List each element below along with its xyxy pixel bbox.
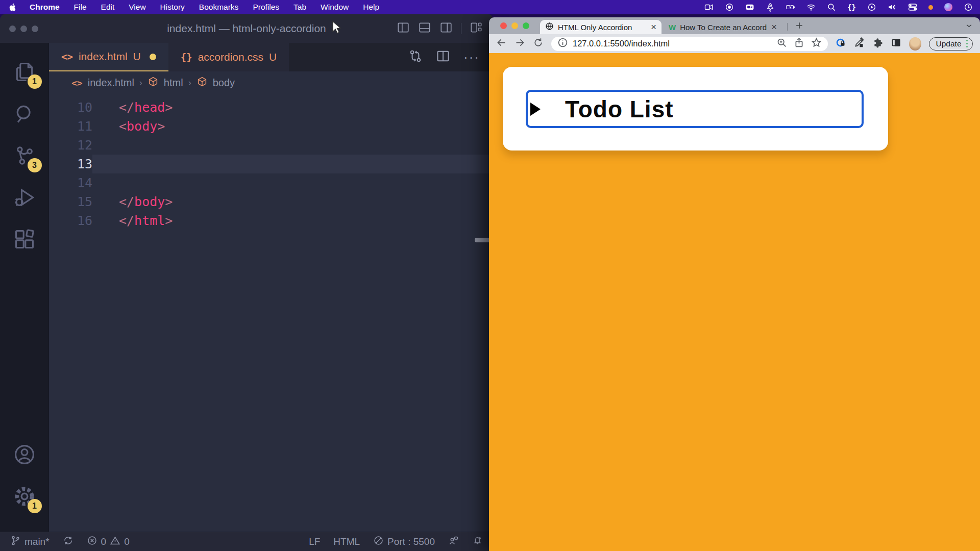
- status-live-server-port[interactable]: Port : 5500: [373, 535, 435, 548]
- braces-icon[interactable]: {}: [847, 3, 856, 11]
- line-content[interactable]: </html>: [92, 211, 493, 230]
- line-content[interactable]: [92, 155, 493, 173]
- status-branch[interactable]: main*: [10, 535, 50, 548]
- extension-lock-icon[interactable]: [836, 37, 846, 50]
- new-tab-button[interactable]: [794, 20, 804, 33]
- toggle-panel-bottom-icon[interactable]: [418, 21, 431, 36]
- line-number: 12: [49, 136, 92, 155]
- menu-dots-icon[interactable]: [966, 40, 968, 48]
- clock-icon[interactable]: [964, 3, 973, 12]
- line-content[interactable]: </body>: [92, 192, 493, 211]
- search-icon[interactable]: [827, 3, 836, 12]
- status-language[interactable]: HTML: [333, 536, 360, 547]
- line-content[interactable]: </head>: [92, 98, 493, 117]
- editor-tab-index-html[interactable]: <> index.html U: [49, 43, 168, 71]
- bell-icon: [472, 535, 483, 548]
- breadcrumb-file[interactable]: index.html: [88, 77, 134, 89]
- sidebar-item-source-control[interactable]: 3: [0, 136, 49, 178]
- toggle-panel-left-icon[interactable]: [397, 21, 410, 36]
- menu-edit[interactable]: Edit: [94, 3, 122, 11]
- status-eol[interactable]: LF: [309, 536, 320, 547]
- browser-tab-html-only-accordion[interactable]: HTML Only Accordion ×: [540, 20, 662, 34]
- sidebar-item-extensions[interactable]: [0, 219, 49, 261]
- more-actions-icon[interactable]: ···: [463, 55, 480, 60]
- customize-layout-icon[interactable]: [470, 21, 483, 36]
- share-icon[interactable]: [794, 37, 804, 50]
- bookmark-star-icon[interactable]: [811, 37, 822, 50]
- split-editor-icon[interactable]: [436, 49, 450, 65]
- menu-window[interactable]: Window: [313, 3, 356, 11]
- video-filled-icon[interactable]: [745, 3, 754, 12]
- open-changes-icon[interactable]: [408, 49, 423, 65]
- code-editor[interactable]: 10</head>11<body>12131415</body>16</html…: [49, 94, 493, 532]
- zoom-icon[interactable]: [776, 37, 787, 50]
- accordion-summary[interactable]: Todo List: [526, 90, 864, 128]
- recording-dot-icon[interactable]: [928, 5, 933, 10]
- chrome-traffic-lights[interactable]: [500, 22, 529, 29]
- line-content[interactable]: [92, 173, 493, 192]
- menu-profiles[interactable]: Profiles: [246, 3, 286, 11]
- status-problems[interactable]: 0 0: [87, 535, 130, 548]
- line-content[interactable]: [92, 136, 493, 155]
- record-icon[interactable]: [725, 3, 734, 12]
- back-button[interactable]: [496, 37, 507, 50]
- play-circle-icon[interactable]: [867, 3, 876, 12]
- menu-history[interactable]: History: [153, 3, 192, 11]
- video-camera-icon[interactable]: [704, 3, 714, 12]
- forward-button[interactable]: [514, 37, 525, 50]
- vscode-window: index.html — html-only-accordion 1 3: [0, 14, 493, 551]
- menu-chrome[interactable]: Chrome: [22, 3, 67, 11]
- menu-file[interactable]: File: [67, 3, 94, 11]
- breadcrumb-body[interactable]: body: [213, 77, 235, 89]
- sidebar-item-account[interactable]: [0, 435, 49, 477]
- rocket-icon[interactable]: [766, 3, 775, 12]
- code-line-11[interactable]: 11<body>: [49, 117, 493, 136]
- breadcrumb-html[interactable]: html: [164, 77, 183, 89]
- details-marker-triangle-icon[interactable]: [530, 103, 541, 116]
- tab-search-chevron-icon[interactable]: [965, 22, 973, 32]
- code-line-10[interactable]: 10</head>: [49, 98, 493, 117]
- profile-avatar[interactable]: [909, 37, 921, 51]
- status-remote[interactable]: [448, 535, 459, 548]
- extensions-puzzle-icon[interactable]: [872, 37, 883, 50]
- sidebar-item-explorer[interactable]: 1: [0, 52, 49, 94]
- color-picker-extension-icon[interactable]: [854, 37, 865, 50]
- sidebar-item-settings[interactable]: 1: [0, 477, 49, 518]
- site-info-icon[interactable]: [557, 37, 568, 50]
- toggle-panel-right-icon[interactable]: [439, 21, 453, 36]
- reload-button[interactable]: [533, 37, 544, 50]
- browser-tab-how-to-create-accordion[interactable]: W How To Create an Accordion ×: [664, 20, 782, 34]
- side-panel-icon[interactable]: [891, 37, 901, 50]
- siri-icon[interactable]: [944, 3, 952, 11]
- sidebar-item-run-debug[interactable]: [0, 178, 49, 219]
- close-tab-icon[interactable]: ×: [651, 23, 656, 31]
- line-content[interactable]: <body>: [92, 117, 493, 136]
- menu-bookmarks[interactable]: Bookmarks: [192, 3, 246, 11]
- code-line-12[interactable]: 12: [49, 136, 493, 155]
- status-notifications[interactable]: [472, 535, 483, 548]
- menu-tab[interactable]: Tab: [286, 3, 313, 11]
- code-line-16[interactable]: 16</html>: [49, 211, 493, 230]
- menu-view[interactable]: View: [121, 3, 153, 11]
- wifi-icon[interactable]: [806, 3, 816, 12]
- close-window-button[interactable]: [500, 22, 507, 29]
- minimize-window-button[interactable]: [511, 22, 518, 29]
- vscode-title-bar[interactable]: index.html — html-only-accordion: [0, 14, 493, 43]
- battery-icon[interactable]: [786, 3, 795, 12]
- update-chrome-button[interactable]: Update: [929, 37, 973, 51]
- menu-help[interactable]: Help: [356, 3, 386, 11]
- address-bar[interactable]: 127.0.0.1:5500/index.html: [551, 37, 828, 51]
- apple-logo-icon[interactable]: [8, 3, 17, 12]
- editor-tab-accordion-css[interactable]: {} accordion.css U: [168, 43, 289, 71]
- code-line-13[interactable]: 13: [49, 155, 493, 173]
- status-sync[interactable]: [63, 535, 74, 548]
- code-line-15[interactable]: 15</body>: [49, 192, 493, 211]
- control-center-icon[interactable]: [908, 3, 917, 12]
- unsaved-dot[interactable]: [150, 54, 156, 60]
- code-line-14[interactable]: 14: [49, 173, 493, 192]
- close-tab-icon[interactable]: ×: [771, 23, 777, 31]
- sidebar-item-search[interactable]: [0, 94, 49, 136]
- url-text[interactable]: 127.0.0.1:5500/index.html: [573, 39, 772, 48]
- zoom-window-button[interactable]: [523, 22, 529, 29]
- volume-icon[interactable]: [888, 3, 897, 12]
